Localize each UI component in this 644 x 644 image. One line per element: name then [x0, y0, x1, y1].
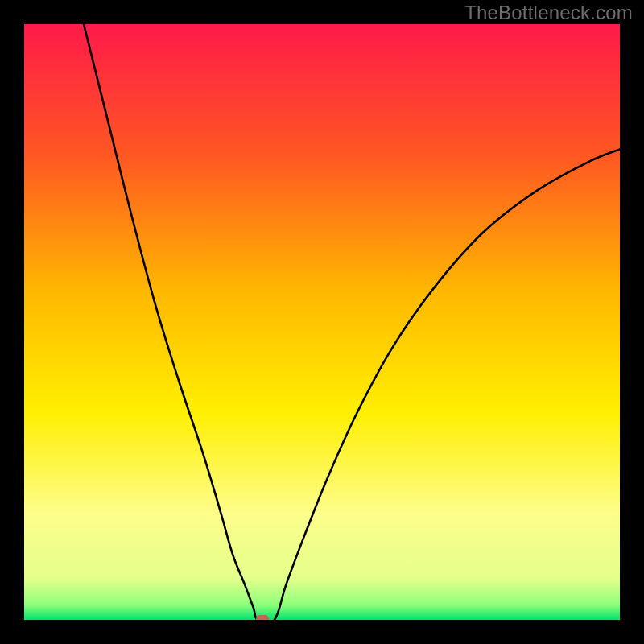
optimum-marker: [256, 615, 269, 620]
plot-area: [24, 24, 620, 620]
plot-svg: [24, 24, 620, 620]
gradient-background: [24, 24, 620, 620]
chart-frame: TheBottleneck.com: [0, 0, 644, 644]
watermark-text: TheBottleneck.com: [464, 2, 633, 24]
